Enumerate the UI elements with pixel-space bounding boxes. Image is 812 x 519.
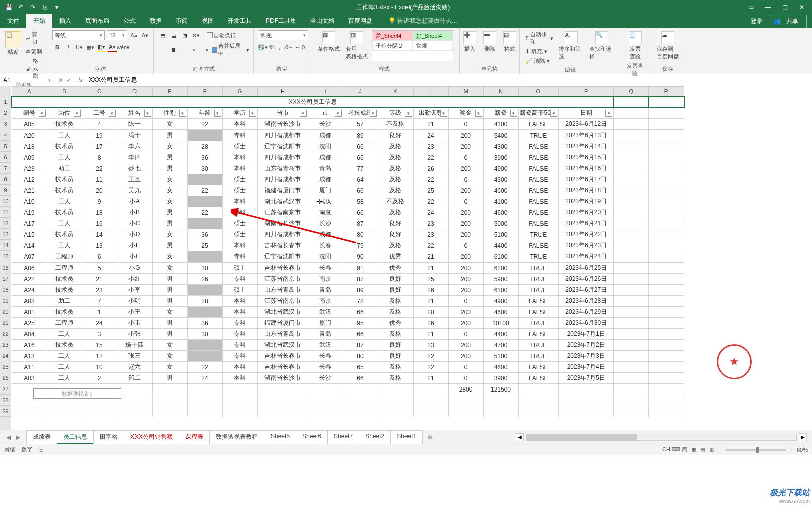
cell[interactable]: 良好 xyxy=(378,340,413,351)
cell[interactable]: 14 xyxy=(82,229,117,240)
cell[interactable]: 200 xyxy=(448,307,483,318)
tab-pdf[interactable]: PDF工具集 xyxy=(259,14,303,28)
cell[interactable]: 本科 xyxy=(222,307,257,318)
ribbon-options-icon[interactable]: ▭ xyxy=(743,2,759,13)
cell[interactable]: A22 xyxy=(12,274,47,285)
row-header[interactable]: 11 xyxy=(0,207,11,218)
cell[interactable]: 吉林省长春市 xyxy=(257,351,308,362)
cell[interactable]: 小李 xyxy=(117,285,152,296)
ime-indicator[interactable]: CH ⌨ 简 xyxy=(662,446,687,453)
save-baidu-button[interactable]: ☁保存到 百度网盘 xyxy=(655,30,681,61)
cell[interactable]: 25 xyxy=(413,185,448,196)
cell[interactable]: 2023年6月19日 xyxy=(559,196,614,207)
row-header[interactable]: 4 xyxy=(0,129,11,141)
fill-button[interactable]: ⬇ 填充 ▾ xyxy=(524,47,555,56)
inc-decimal-icon[interactable]: .0→ xyxy=(284,42,294,52)
cell[interactable]: 2023年6月26日 xyxy=(559,274,614,285)
cut-button[interactable]: ✂ 剪切 xyxy=(24,30,44,46)
cell[interactable]: 36 xyxy=(187,152,222,163)
bold-icon[interactable]: B xyxy=(52,42,62,52)
autosum-button[interactable]: Σ 自动求和 ▾ xyxy=(524,30,555,46)
cell[interactable]: 小G xyxy=(117,263,152,274)
maximize-icon[interactable]: ▢ xyxy=(777,2,793,13)
cell[interactable]: 4300 xyxy=(483,141,518,152)
sheet-nav-last-icon[interactable]: ▶ xyxy=(14,433,22,442)
cell[interactable]: 4900 xyxy=(483,163,518,174)
row-header[interactable]: 23 xyxy=(0,339,11,350)
cell[interactable]: FALSE xyxy=(518,296,559,307)
col-header[interactable]: R xyxy=(649,87,684,97)
cell[interactable]: 硕士 xyxy=(222,229,257,240)
cell[interactable]: 2023年6月12日 xyxy=(559,119,614,130)
row-header[interactable]: 24 xyxy=(0,350,11,361)
cell[interactable]: 小E xyxy=(117,240,152,251)
filter-header[interactable]: 省市▾ xyxy=(257,108,308,119)
cell[interactable]: 26 xyxy=(413,318,448,329)
sheet-tab[interactable]: Sheet2 xyxy=(359,430,391,444)
filter-header[interactable]: 薪资高于5000▾ xyxy=(518,108,559,119)
cell[interactable] xyxy=(187,351,222,362)
sheet-tab[interactable]: 课程表 xyxy=(179,430,210,444)
currency-icon[interactable]: 💱▾ xyxy=(258,42,268,52)
col-header[interactable]: G xyxy=(222,87,257,97)
cell[interactable]: A18 xyxy=(12,141,47,152)
cell[interactable]: 23 xyxy=(413,218,448,229)
cell[interactable]: FALSE xyxy=(518,185,559,196)
cell[interactable]: 湖南省长沙市 xyxy=(257,218,308,229)
row-header[interactable]: 6 xyxy=(0,152,11,163)
cell[interactable]: FALSE xyxy=(518,141,559,152)
cell[interactable]: 24 xyxy=(187,373,222,384)
cell[interactable]: 及格 xyxy=(378,207,413,218)
comma-icon[interactable]: ， xyxy=(276,42,283,52)
cell[interactable]: 长春 xyxy=(308,240,343,251)
col-header[interactable]: J xyxy=(343,87,378,97)
cell[interactable] xyxy=(187,285,222,296)
cell[interactable]: 21 xyxy=(413,373,448,384)
cell[interactable]: 5900 xyxy=(483,274,518,285)
sheet-tab[interactable]: Sheet5 xyxy=(264,430,296,444)
tab-file[interactable]: 文件 xyxy=(0,14,26,28)
filter-dropdown-icon[interactable]: ▾ xyxy=(605,110,612,117)
cell[interactable]: 30 xyxy=(187,163,222,174)
formula-input[interactable]: XXX公司员工信息 xyxy=(86,76,812,84)
qa-save-icon[interactable]: 💾 xyxy=(3,2,14,13)
cell[interactable]: 0 xyxy=(448,362,483,373)
find-select-button[interactable]: 🔍查找和选择 xyxy=(587,30,616,65)
cell[interactable] xyxy=(413,384,448,395)
col-header[interactable]: D xyxy=(117,87,152,97)
row-header[interactable]: 26 xyxy=(0,372,11,383)
cell[interactable]: 4400 xyxy=(483,329,518,340)
cell[interactable]: 山东省青岛市 xyxy=(257,285,308,296)
align-middle-icon[interactable]: ⬓ xyxy=(169,30,179,40)
paste-button[interactable]: 📋粘贴 xyxy=(4,30,22,80)
cell[interactable]: 硕士 xyxy=(222,185,257,196)
cell[interactable]: FALSE xyxy=(518,218,559,229)
cell[interactable]: 21 xyxy=(413,329,448,340)
cell[interactable]: 0 xyxy=(448,174,483,185)
cell[interactable]: 不及格 xyxy=(378,196,413,207)
cell[interactable]: 吉林省长春市 xyxy=(257,263,308,274)
row-header[interactable]: 7 xyxy=(0,163,11,174)
cell[interactable] xyxy=(117,384,152,395)
cell[interactable]: FALSE xyxy=(518,196,559,207)
cell[interactable]: 厦门 xyxy=(308,318,343,329)
cell[interactable]: TRUE xyxy=(518,130,559,141)
cell[interactable]: 成都 xyxy=(308,152,343,163)
cell[interactable] xyxy=(559,384,614,395)
cell[interactable]: 24 xyxy=(82,318,117,329)
cell[interactable]: 0 xyxy=(448,119,483,130)
col-header[interactable]: E xyxy=(152,87,187,97)
cell[interactable]: 58 xyxy=(343,196,378,207)
cell[interactable]: 专科 xyxy=(222,351,257,362)
cell[interactable]: 本科 xyxy=(222,119,257,130)
cell[interactable]: 本科 xyxy=(222,373,257,384)
row-header[interactable]: 13 xyxy=(0,229,11,240)
cell[interactable]: A19 xyxy=(12,207,47,218)
cell[interactable]: A04 xyxy=(12,329,47,340)
cell[interactable]: 15 xyxy=(82,340,117,351)
cell[interactable]: 5100 xyxy=(483,351,518,362)
cell[interactable]: 30 xyxy=(187,263,222,274)
cell[interactable]: 四川省成都市 xyxy=(257,174,308,185)
cell[interactable]: 本科 xyxy=(222,240,257,251)
cell[interactable]: 工人 xyxy=(47,152,82,163)
